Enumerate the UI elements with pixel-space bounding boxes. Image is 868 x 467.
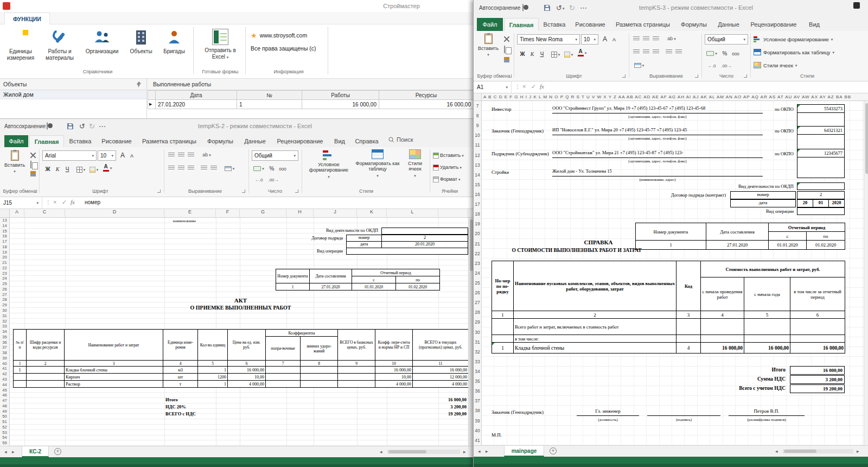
h-coef[interactable]: Коэффициенты xyxy=(266,330,338,337)
fill-color-button[interactable]: ▾ xyxy=(89,166,99,173)
hscroll-left-icon[interactable]: ◂ xyxy=(775,449,778,454)
tab-view[interactable]: Вид xyxy=(329,135,350,147)
new-sheet-button[interactable]: + xyxy=(550,447,557,455)
h-since-year[interactable]: с начала года xyxy=(744,277,790,311)
redo-icon[interactable]: ↻ xyxy=(569,4,575,11)
total-value[interactable]: 16 000,00 xyxy=(380,397,468,402)
colnum[interactable]: 5 xyxy=(744,311,790,319)
doc-title-1[interactable]: СПРАВКА xyxy=(539,239,658,245)
bold-button[interactable]: Ж xyxy=(518,49,527,58)
cell[interactable]: 1 xyxy=(198,367,228,374)
tab-home[interactable]: Главная xyxy=(504,18,539,31)
font-size-combo[interactable]: 10 ▾ xyxy=(581,34,598,45)
cell[interactable]: шт xyxy=(163,374,198,381)
accounting-format-button[interactable]: ▾ xyxy=(706,49,718,57)
doc-title-1[interactable]: АКТ xyxy=(13,297,468,304)
doc-title-2[interactable]: О ПРИЕМКЕ ВЫПОЛНЕННЫХ РАБОТ xyxy=(13,305,468,311)
tab-formulas[interactable]: Формулы xyxy=(675,18,712,31)
table-row[interactable]: ▶ 27.01.2020 1 16 000,00 16 000,00 xyxy=(148,100,474,109)
percent-button[interactable]: % xyxy=(721,49,729,57)
cell[interactable]: 16 000,00 xyxy=(744,343,790,354)
colnum[interactable]: 9 xyxy=(338,361,375,367)
sheet-nav-right-icon[interactable]: ▸ xyxy=(12,449,15,455)
font-name-combo[interactable]: Times New Roma ▾ xyxy=(517,34,580,45)
cell[interactable]: 1 xyxy=(492,343,514,354)
cell[interactable] xyxy=(14,381,27,388)
info-h-from[interactable]: с xyxy=(769,232,807,241)
tab-data[interactable]: Данные xyxy=(239,135,271,147)
tab-file[interactable]: Файл xyxy=(4,135,28,147)
okdp-label[interactable]: Вид деятельности по ОКДП xyxy=(250,228,380,233)
including-label[interactable]: в том числе: xyxy=(514,335,676,343)
paste-button[interactable]: Вставить ▾ xyxy=(2,150,27,190)
align-left-icon[interactable] xyxy=(168,166,175,171)
cell-styles-button[interactable]: Стили ячеек ▾ xyxy=(401,149,429,190)
align-middle-icon[interactable] xyxy=(178,153,184,157)
h-name[interactable]: Наименование пусковых комплексов, этапов… xyxy=(514,261,676,311)
align-bottom-icon[interactable] xyxy=(653,36,659,41)
nomer-value-cell[interactable]: 2 xyxy=(797,191,845,199)
col-header-resources[interactable]: Ресурсы xyxy=(379,91,474,100)
h-npp[interactable]: № п/п xyxy=(14,330,27,361)
works-materials-button[interactable]: Работы и материалы xyxy=(40,26,79,75)
pin-icon[interactable] xyxy=(136,81,142,87)
cell[interactable]: 4 000,00 xyxy=(228,381,266,388)
cell[interactable]: 16 000,00 xyxy=(790,343,845,354)
name-box[interactable]: A1 ▾ xyxy=(474,81,512,93)
font-name-combo[interactable]: Arial ▾ xyxy=(42,150,97,161)
save-icon[interactable] xyxy=(67,123,73,129)
undo-icon[interactable]: ↺ xyxy=(556,4,562,11)
tab-file[interactable]: Файл xyxy=(477,18,503,31)
increase-indent-icon[interactable] xyxy=(675,49,682,54)
grand-total-value[interactable]: 19 200,00 xyxy=(790,384,845,393)
sheet-grid[interactable]: 13 14 15 16 17 18 19 20 21 22 23 24 25 2… xyxy=(0,218,473,446)
cell[interactable] xyxy=(14,374,27,381)
autosave-toggle[interactable] xyxy=(47,122,48,130)
number-format-combo[interactable]: Общий ▾ xyxy=(252,150,298,161)
investor-value[interactable]: ООО "Стройинвест Групп" ул. Мира 19 +7 (… xyxy=(552,105,763,113)
dialog-launcher-icon[interactable] xyxy=(695,74,698,78)
contractor-okpo-cell[interactable]: 12345677 xyxy=(797,149,845,157)
info-h-period[interactable]: Отчетный период xyxy=(352,269,440,276)
search-box[interactable]: Поиск xyxy=(388,136,413,143)
dialog-launcher-icon[interactable] xyxy=(508,74,512,78)
grand-total-value[interactable]: 19 200,00 xyxy=(380,411,468,416)
col-header[interactable]: L xyxy=(387,209,438,217)
cell[interactable] xyxy=(301,381,338,388)
increase-indent-icon[interactable] xyxy=(210,166,217,171)
contractor-value[interactable]: ООО "Строймонтаж" ул. Мира 21 +7 (495) 1… xyxy=(552,150,763,158)
colnum[interactable]: 5 xyxy=(198,361,228,367)
customer-okpo-cell[interactable]: 64321321 xyxy=(797,126,845,135)
h-current-total[interactable]: ВСЕГО в текущих (прогнозных) ценах, руб. xyxy=(413,330,469,361)
cell[interactable] xyxy=(27,374,65,381)
tab-page-layout[interactable]: Разметка страницы xyxy=(610,18,675,31)
col-header[interactable]: E xyxy=(164,209,216,217)
horizontal-scrollbar[interactable] xyxy=(387,450,460,454)
colnum[interactable]: 1 xyxy=(492,311,514,319)
dialog-launcher-icon[interactable] xyxy=(157,190,161,193)
investor-okpo-cell[interactable]: 55433273 xyxy=(797,104,845,113)
customize-qat-icon[interactable]: ⋯ xyxy=(580,4,587,11)
colnum[interactable]: 11 xyxy=(413,361,469,367)
dialog-launcher-icon[interactable] xyxy=(622,74,626,78)
website-link[interactable]: ★ www.stroysoft.com xyxy=(251,31,307,40)
select-all-corner[interactable] xyxy=(474,93,482,100)
align-top-icon[interactable] xyxy=(168,153,175,157)
enter-icon[interactable]: ✓ xyxy=(62,199,67,206)
cell-num[interactable]: 1 xyxy=(237,100,302,109)
info-h-from[interactable]: с xyxy=(352,276,396,283)
info-h-date[interactable]: Дата составления xyxy=(310,269,352,283)
decrease-decimal-button[interactable]: .00→ xyxy=(720,62,733,69)
cell[interactable] xyxy=(301,367,338,374)
fx-icon[interactable]: fx xyxy=(71,199,75,205)
sheet-nav-right-icon[interactable]: ▸ xyxy=(486,449,488,454)
info-h-period[interactable]: Отчетный период xyxy=(769,223,845,232)
cancel-icon[interactable]: × xyxy=(522,83,526,90)
h-recalc[interactable]: Коэфф. пере-счета и нормы НР и СП xyxy=(375,330,413,361)
info-h-date[interactable]: Дата составления xyxy=(706,223,769,241)
comma-style-button[interactable]: 000 xyxy=(277,166,289,172)
cell-date[interactable]: 27.01.2020 xyxy=(156,100,237,109)
info-h-docnum[interactable]: Номер документа xyxy=(276,269,310,283)
tab-insert[interactable]: Вставка xyxy=(64,135,97,147)
italic-button[interactable]: К xyxy=(528,49,537,58)
